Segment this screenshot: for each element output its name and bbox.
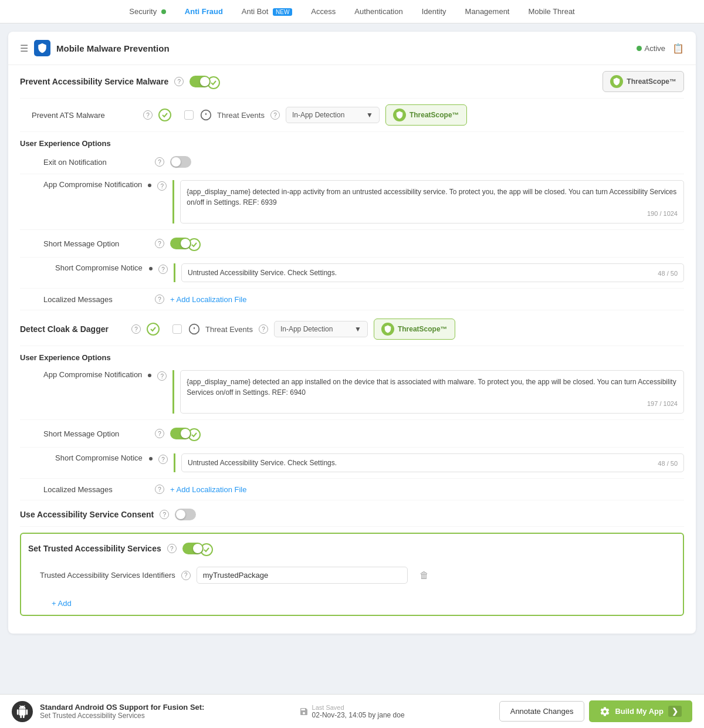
localized-messages-row-2: Localized Messages ? + Add Localization …: [20, 479, 684, 500]
short-message-info-2[interactable]: ?: [155, 429, 164, 438]
app-compromise-row-2: App Compromise Notification ? {app_displ…: [20, 364, 684, 420]
use-accessibility-row: Use Accessibility Service Consent ?: [20, 503, 684, 527]
use-accessibility-label: Use Accessibility Service Consent: [20, 510, 154, 519]
set-trusted-info[interactable]: ?: [167, 544, 177, 553]
nav-identity[interactable]: Identity: [422, 7, 446, 16]
short-compromise-label-1: Short Compromise Notice: [55, 263, 143, 272]
short-compromise-bullet-1: [149, 267, 153, 270]
short-compromise-count-2: 48 / 50: [658, 460, 678, 467]
card-header: ☰ Mobile Malware Prevention Active 📋: [8, 32, 696, 65]
exit-on-notification-row: Exit on Notification ?: [20, 150, 684, 174]
detect-cloak-row: Detect Cloak & Dagger ? Threat Events ? …: [20, 313, 684, 346]
app-compromise-count-1: 190 / 1024: [187, 210, 678, 217]
short-message-toggle-1[interactable]: [170, 238, 191, 249]
set-trusted-label: Set Trusted Accessibility Services: [28, 544, 161, 553]
user-experience-title-1: User Experience Options: [20, 132, 684, 150]
detect-cloak-label: Detect Cloak & Dagger: [20, 324, 126, 334]
threatscope-icon-1: [610, 75, 623, 88]
detection-dropdown-2[interactable]: In-App Detection ▼: [274, 321, 368, 337]
short-compromise-text-2: Untrusted Accessibility Service. Check S…: [188, 459, 337, 467]
localized-messages-label-1: Localized Messages: [43, 295, 149, 304]
expand-toggle-button[interactable]: ☰: [20, 43, 28, 54]
use-accessibility-info[interactable]: ?: [160, 510, 169, 519]
app-compromise-row-1: App Compromise Notification ? {app_displ…: [20, 174, 684, 230]
trusted-identifiers-input[interactable]: [197, 567, 408, 584]
exit-on-notification-label: Exit on Notification: [43, 158, 149, 167]
nav-mobile-threat[interactable]: Mobile Threat: [528, 7, 574, 16]
nav-anti-bot[interactable]: Anti Bot NEW: [242, 7, 293, 16]
nav-authentication[interactable]: Authentication: [354, 7, 402, 16]
prevent-accessibility-toggle[interactable]: [189, 76, 211, 87]
threat-events-info-2[interactable]: ?: [259, 324, 268, 334]
nav-access[interactable]: Access: [311, 7, 336, 16]
app-compromise-info-2[interactable]: ?: [157, 371, 167, 381]
user-experience-title-2: User Experience Options: [20, 346, 684, 364]
threatscope-icon-2: [393, 109, 406, 121]
card-title: Mobile Malware Prevention: [56, 43, 170, 53]
detection-dropdown-1[interactable]: In-App Detection ▼: [286, 107, 380, 123]
short-compromise-textbox-2: Untrusted Accessibility Service. Check S…: [181, 453, 684, 472]
exit-on-notification-info[interactable]: ?: [155, 157, 164, 167]
prevent-ats-info[interactable]: ?: [143, 110, 153, 120]
short-compromise-info-1[interactable]: ?: [158, 265, 168, 274]
app-compromise-text-2: {app_display_name} detected an app insta…: [187, 377, 678, 398]
prevent-ats-check: [158, 109, 171, 121]
localized-messages-info-2[interactable]: ?: [155, 485, 164, 494]
detect-cloak-checkbox[interactable]: [172, 324, 182, 334]
short-message-row-1: Short Message Option ?: [20, 230, 684, 258]
short-message-row-2: Short Message Option ?: [20, 420, 684, 448]
nav-management[interactable]: Management: [465, 7, 510, 16]
short-compromise-bullet-2: [149, 457, 153, 460]
add-localization-link-2[interactable]: + Add Localization File: [170, 485, 246, 494]
use-accessibility-toggle[interactable]: [175, 509, 196, 520]
threat-events-info-1[interactable]: ?: [270, 110, 280, 120]
nav-security[interactable]: Security: [129, 7, 166, 16]
short-compromise-text-1: Untrusted Accessibility Service. Check S…: [188, 269, 337, 277]
threatscope-icon-3: [381, 323, 394, 336]
short-message-info-1[interactable]: ?: [155, 239, 164, 248]
set-trusted-toggle[interactable]: [182, 543, 204, 554]
threatscope-button-2[interactable]: ThreatScope™: [385, 104, 467, 126]
short-compromise-row-1: Short Compromise Notice ? Untrusted Acce…: [20, 258, 684, 289]
threatscope-button-1[interactable]: ThreatScope™: [603, 71, 684, 92]
security-dot: [161, 9, 166, 14]
short-message-label-2: Short Message Option: [43, 429, 149, 438]
app-compromise-bullet-2: [148, 374, 151, 377]
short-message-toggle-2[interactable]: [170, 428, 191, 439]
app-compromise-count-2: 197 / 1024: [187, 400, 678, 407]
short-compromise-info-2[interactable]: ?: [158, 455, 168, 464]
prevent-ats-row: Prevent ATS Malware ? Threat Events ? In…: [20, 99, 684, 132]
set-trusted-row: Set Trusted Accessibility Services ?: [28, 541, 676, 561]
short-compromise-row-2: Short Compromise Notice ? Untrusted Acce…: [20, 448, 684, 479]
localized-messages-label-2: Localized Messages: [43, 485, 149, 494]
short-compromise-count-1: 48 / 50: [658, 270, 678, 277]
trusted-identifiers-info[interactable]: ?: [181, 571, 191, 580]
app-compromise-label-1: App Compromise Notification: [43, 180, 142, 189]
status-active: Active: [637, 44, 665, 53]
add-localization-link-1[interactable]: + Add Localization File: [170, 295, 246, 304]
localized-messages-info-1[interactable]: ?: [155, 294, 164, 304]
app-compromise-bullet-1: [148, 184, 151, 187]
settings-button[interactable]: 📋: [672, 43, 684, 54]
status-dot: [637, 46, 642, 51]
nav-anti-fraud[interactable]: Anti Fraud: [185, 7, 223, 16]
threat-events-icon-1: [199, 109, 212, 121]
detect-cloak-info[interactable]: ?: [131, 324, 141, 334]
short-message-label-1: Short Message Option: [43, 239, 149, 248]
threat-events-label-1: Threat Events: [217, 111, 265, 120]
detect-cloak-check: [147, 323, 160, 336]
new-badge: NEW: [273, 8, 292, 16]
delete-identifier-icon[interactable]: 🗑: [419, 570, 429, 581]
prevent-ats-checkbox[interactable]: [184, 110, 194, 120]
app-compromise-info-1[interactable]: ?: [157, 181, 167, 191]
threat-events-icon-2: [188, 323, 201, 336]
add-identifier-button[interactable]: + Add: [52, 599, 676, 608]
trusted-identifiers-row: Trusted Accessibility Services Identifie…: [28, 561, 676, 590]
prevent-accessibility-label: Prevent Accessibility Service Malware: [20, 77, 168, 86]
threatscope-button-3[interactable]: ThreatScope™: [374, 319, 455, 340]
prevent-accessibility-info[interactable]: ?: [174, 77, 184, 86]
app-compromise-textbox-1: {app_display_name} detected in-app activ…: [180, 180, 684, 224]
prevent-ats-label: Prevent ATS Malware: [32, 111, 137, 120]
exit-on-notification-toggle[interactable]: [170, 156, 191, 168]
app-compromise-textbox-2: {app_display_name} detected an app insta…: [180, 370, 684, 414]
